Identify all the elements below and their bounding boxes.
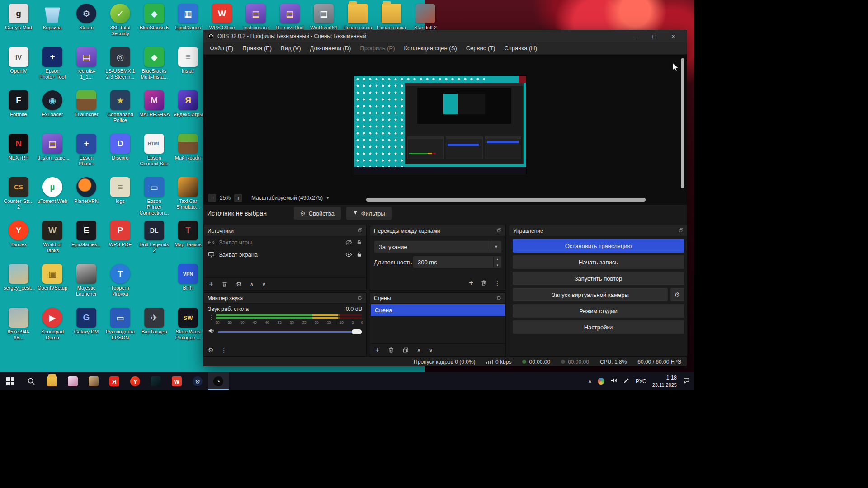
steam[interactable]: ⚙: [187, 372, 208, 390]
desktop-icon[interactable]: µuTorrent Web: [38, 177, 67, 204]
eye-icon[interactable]: [345, 251, 352, 258]
mixer-channel-menu-icon[interactable]: ⋮: [208, 314, 215, 321]
desktop-icon[interactable]: MMATRESHKA: [139, 90, 169, 117]
obs-studio[interactable]: ◔: [208, 372, 229, 390]
desktop-icon[interactable]: Новая папка: [377, 4, 406, 31]
volume-slider[interactable]: [218, 331, 362, 333]
zoom-out-button[interactable]: −: [208, 194, 216, 202]
zoom-in-button[interactable]: +: [234, 194, 242, 202]
speaker-icon[interactable]: [208, 328, 214, 336]
spin-arrows[interactable]: ▲▼: [493, 256, 501, 268]
desktop-icon[interactable]: Майнкрафт: [173, 134, 203, 161]
desktop-icon[interactable]: VPNВПН: [173, 264, 203, 291]
desktop-icon[interactable]: ◆BlueStacks 5: [139, 4, 169, 31]
popout-icon[interactable]: [497, 295, 502, 301]
desktop-icon[interactable]: ◉ExLoader: [38, 90, 67, 117]
maximize-button[interactable]: □: [645, 30, 664, 42]
desktop-icon[interactable]: ▤WinDivert64: [309, 4, 339, 31]
transition-select[interactable]: Затухание ▼: [374, 240, 502, 253]
menu-help[interactable]: Справка (H): [500, 42, 542, 54]
language-indicator[interactable]: РУС: [636, 378, 646, 385]
desktop-icon[interactable]: ≡logs: [105, 177, 135, 204]
desktop-icon[interactable]: ≡Install: [173, 47, 203, 74]
popout-icon[interactable]: [679, 228, 684, 234]
desktop-icon[interactable]: 857cc94f-68...: [4, 308, 33, 341]
desktop-icon[interactable]: gGarry's Mod: [4, 4, 33, 31]
desktop-icon[interactable]: YYandex: [4, 221, 33, 248]
add-source-icon[interactable]: +: [209, 280, 213, 289]
remove-source-icon[interactable]: [222, 281, 228, 287]
desktop-icon[interactable]: ▤RemoveHud: [275, 4, 305, 31]
vertical-scrollbar[interactable]: [681, 58, 684, 188]
menu-view[interactable]: Вид (V): [276, 42, 305, 54]
app-photos[interactable]: [62, 372, 83, 390]
properties-button[interactable]: ⚙ Свойства: [294, 207, 341, 220]
horizontal-scrollbar[interactable]: [366, 198, 646, 202]
source-properties-icon[interactable]: ⚙: [236, 281, 242, 288]
wps-office[interactable]: W: [166, 372, 187, 390]
studio-mode-button[interactable]: Режим студии: [513, 304, 684, 318]
clock[interactable]: 1:18 23.11.2025: [652, 375, 677, 388]
preview-scale-dropdown[interactable]: Масштабируемый (490x275) ▼: [251, 195, 330, 201]
filters-button[interactable]: Фильтры: [346, 207, 392, 220]
desktop-icon[interactable]: ✈ВарТандер: [139, 308, 169, 335]
search-button[interactable]: [21, 372, 42, 390]
add-transition-icon[interactable]: +: [469, 278, 473, 287]
desktop-icon[interactable]: EEpicGames...: [71, 221, 101, 248]
volume-icon[interactable]: [610, 377, 618, 386]
desktop-icon[interactable]: ▭Epson Printer Connection...: [139, 177, 169, 216]
advanced-audio-icon[interactable]: ⚙: [208, 347, 214, 354]
source-item[interactable]: Захват игры: [204, 236, 366, 249]
obs-titlebar[interactable]: OBS 32.0.2 - Профиль: Безымянный - Сцены…: [203, 30, 687, 42]
desktop-icon[interactable]: GGalaxy DM: [71, 308, 101, 335]
desktop-icon[interactable]: DDiscord: [105, 134, 135, 161]
desktop-icon[interactable]: Корзина: [38, 4, 67, 31]
desktop-icon[interactable]: WWorld of Tanks: [38, 221, 67, 253]
popout-icon[interactable]: [497, 228, 502, 234]
move-down-icon[interactable]: ∨: [429, 347, 433, 353]
virtual-camera-button[interactable]: Запуск виртуальной камеры: [513, 288, 668, 301]
move-down-icon[interactable]: ∨: [262, 281, 266, 287]
desktop-icon[interactable]: CSCounter-Str... 2: [4, 177, 33, 210]
desktop-icon[interactable]: SWStore Wars Prologue ...: [173, 308, 203, 341]
desktop-icon[interactable]: ✓360 Total Security: [105, 4, 135, 37]
file-explorer[interactable]: [42, 372, 62, 390]
desktop-icon[interactable]: ЯЯндекс.Игры: [173, 90, 203, 117]
desktop-icon[interactable]: FFortnite: [4, 90, 33, 117]
popout-icon[interactable]: [358, 228, 363, 234]
desktop-icon[interactable]: +Epson Photo+ Tool: [38, 47, 67, 80]
add-scene-icon[interactable]: +: [375, 346, 380, 355]
desktop-icon[interactable]: HTMLEpson Connect Site: [139, 134, 169, 167]
tray-app-icon[interactable]: [598, 378, 604, 385]
close-button[interactable]: ×: [664, 30, 683, 42]
desktop-icon[interactable]: Новая папка: [343, 4, 373, 31]
lock-icon[interactable]: [356, 239, 362, 245]
source-item[interactable]: Захват экрана: [204, 249, 366, 261]
popout-icon[interactable]: [358, 295, 363, 301]
start-replay-button[interactable]: Запустить повтор: [513, 272, 684, 285]
start-button[interactable]: [0, 372, 21, 390]
desktop-icon[interactable]: ТМир Танков: [173, 221, 203, 248]
desktop-icon[interactable]: ◎LS-USBMX 1 2 3 Steerin...: [105, 47, 135, 80]
desktop-icon[interactable]: ▤maliciosare: [241, 4, 271, 31]
duplicate-scene-icon[interactable]: [402, 347, 409, 353]
desktop-icon[interactable]: ▭Руководства EPSON: [105, 308, 135, 341]
start-recording-button[interactable]: Начать запись: [513, 255, 684, 269]
tray-expand-icon[interactable]: ∧: [588, 378, 592, 384]
duration-spinbox[interactable]: 300 ms ▲▼: [413, 256, 502, 268]
stop-streaming-button[interactable]: Остановить трансляцию: [513, 239, 684, 253]
desktop-icon[interactable]: ▶Soundpad Demo: [38, 308, 67, 341]
desktop-icon[interactable]: ★Contraband Police: [105, 90, 135, 123]
desktop-icon[interactable]: +Epson Photo+: [71, 134, 101, 167]
notifications-icon[interactable]: [683, 377, 690, 386]
desktop-icon[interactable]: TLauncher: [71, 90, 101, 117]
move-up-icon[interactable]: ∧: [250, 281, 254, 287]
remove-scene-icon[interactable]: [388, 347, 394, 353]
menu-scene-collection[interactable]: Коллекция сцен (S): [400, 42, 462, 54]
yandex-browser[interactable]: Y: [125, 372, 146, 390]
menu-profile[interactable]: Профиль (P): [355, 42, 399, 54]
desktop-icon[interactable]: ▦EpicGames: [173, 4, 203, 31]
volume-slider-handle[interactable]: [352, 329, 362, 334]
minimize-button[interactable]: –: [626, 30, 645, 42]
yandex-start[interactable]: Я: [104, 372, 125, 390]
